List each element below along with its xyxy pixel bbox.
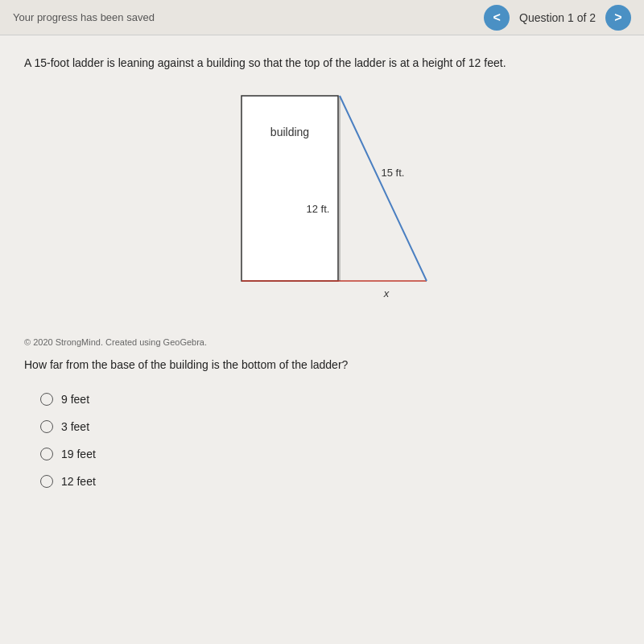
base-label: x <box>383 287 390 299</box>
svg-line-3 <box>340 96 427 281</box>
answer-option-opt3[interactable]: 19 feet <box>40 448 620 460</box>
top-bar: Your progress has been saved < Question … <box>0 0 644 35</box>
answer-option-opt1[interactable]: 9 feet <box>40 393 620 406</box>
next-button[interactable]: > <box>605 5 631 31</box>
svg-rect-0 <box>242 96 338 281</box>
answer-option-opt4[interactable]: 12 feet <box>40 475 620 488</box>
option-label: 9 feet <box>61 393 89 406</box>
answer-option-opt2[interactable]: 3 feet <box>40 420 620 433</box>
question-label: Question 1 of 2 <box>519 11 596 24</box>
diagram-container: building 12 ft. 15 ft. x <box>24 88 620 329</box>
question-nav: < Question 1 of 2 > <box>484 5 631 31</box>
hypotenuse-label: 15 ft. <box>382 167 405 179</box>
copyright-text: © 2020 StrongMind. Created using GeoGebr… <box>24 337 620 347</box>
height-label: 12 ft. <box>307 203 330 215</box>
radio-circle <box>40 448 53 460</box>
prev-button[interactable]: < <box>484 5 510 31</box>
radio-circle <box>40 393 53 406</box>
question-body: How far from the base of the building is… <box>24 357 620 374</box>
answer-options: 9 feet3 feet19 feet12 feet <box>24 393 620 488</box>
radio-circle <box>40 475 53 488</box>
option-label: 12 feet <box>61 475 96 488</box>
problem-text: A 15-foot ladder is leaning against a bu… <box>24 55 620 72</box>
option-label: 3 feet <box>61 420 89 433</box>
main-content: A 15-foot ladder is leaning against a bu… <box>0 35 644 507</box>
progress-saved-text: Your progress has been saved <box>13 11 155 23</box>
building-label: building <box>270 126 309 138</box>
radio-circle <box>40 420 53 433</box>
diagram-svg: building 12 ft. 15 ft. x <box>193 88 451 329</box>
option-label: 19 feet <box>61 448 96 460</box>
